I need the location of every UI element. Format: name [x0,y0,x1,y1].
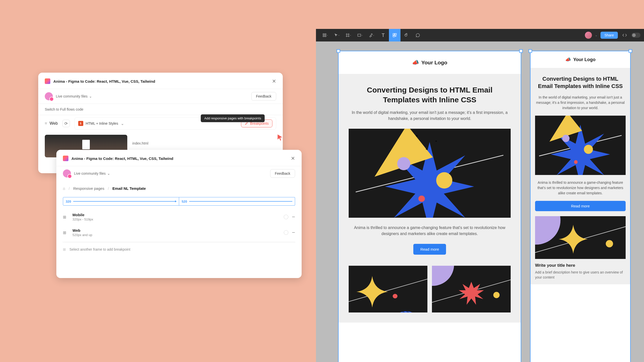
megaphone-icon: 📣 [565,57,571,62]
anima-app-icon [45,78,50,84]
target-icon[interactable] [284,215,288,219]
community-files-dropdown[interactable]: Live community files ⌄ [56,94,92,98]
user-info: Live community files ⌄ [45,92,92,100]
figma-toolbar: T ⌄ Share [316,29,644,41]
move-tool[interactable] [331,29,343,41]
circle-purple-shape [562,135,570,142]
chevron-down-icon[interactable]: ⌄ [595,33,597,37]
hand-tool[interactable] [400,29,412,41]
share-button[interactable]: Share [600,32,618,39]
resources-tool[interactable] [389,29,400,41]
svg-rect-11 [395,33,396,35]
card-item [349,266,427,312]
comment-tool[interactable] [412,29,424,41]
panel-header: Anima - Figma to Code: React, HTML, Vue,… [38,73,283,89]
breakpoints-tooltip: Add responsive pages with breakpoints [201,114,265,122]
card-item [432,266,511,312]
file-name-label: index.html [132,141,148,145]
breadcrumb-current: Email NL Template [112,186,146,191]
breakpoint-text: Web 520px and up [72,228,280,237]
svg-rect-10 [393,33,394,35]
svg-rect-12 [393,35,394,37]
circle-yellow-shape [436,172,452,188]
panel-title: Anima - Figma to Code: React, HTML, Vue,… [53,79,155,83]
anima-app-icon [63,156,68,161]
chevron-down-icon: ⌄ [89,94,92,98]
panel-header-left: Anima - Figma to Code: React, HTML, Vue,… [63,156,173,161]
breakpoint-item-mobile: ⊞ Mobile 320px - 519px − [56,209,302,225]
email-body-text: Anima is thrilled to announce a game-cha… [349,225,511,237]
breakpoint-text: Mobile 320px - 519px [72,213,280,221]
frame-handle-icon[interactable] [337,49,340,53]
card-item: Write your title here Add a brief descri… [535,216,626,280]
circle-red-shape [393,294,397,299]
dev-mode-toggle[interactable] [631,33,640,38]
close-icon[interactable]: ✕ [291,155,295,161]
burst-shape [456,277,487,300]
breakpoint-frame-icon: ⊞ [63,230,68,235]
breadcrumb-link[interactable]: Responsive pages [73,186,104,191]
user-avatar-icon[interactable] [45,92,53,100]
chevron-down-icon: ⌄ [107,171,110,175]
slider-segment-mobile[interactable]: 320 [63,197,179,206]
card-title: Write your title here [535,263,626,268]
email-subtitle: In the world of digital marketing, your … [349,110,510,122]
email-header: 📣 Your Logo [339,51,521,74]
frame-tool[interactable] [343,29,354,41]
frame-mobile[interactable]: 📣 Your Logo Converting Designs to HTML E… [531,51,630,362]
pen-tool[interactable] [366,29,377,41]
email-header: 📣 Your Logo [531,51,630,68]
text-tool[interactable]: T [377,29,389,41]
switch-flows-link[interactable]: Switch to Full flows code [38,104,283,115]
web-tag: ⌗ Web [45,121,58,126]
circle-yellow-shape [584,145,593,154]
community-files-dropdown[interactable]: Live community files ⌄ [74,171,110,175]
toolbar-left: T [319,29,424,41]
frame-desktop[interactable]: 📣 Your Logo Converting Designs to HTML E… [339,51,521,362]
email-body-text: Anima is thrilled to announce a game-cha… [535,180,626,196]
user-avatar-icon[interactable] [63,169,71,177]
frame-handle-icon[interactable] [519,49,523,53]
chevron-down-icon: ⌄ [121,121,124,126]
slider-line [73,201,176,202]
breadcrumb-separator: / [108,186,109,191]
svg-point-9 [371,34,373,35]
frame-handle-icon[interactable] [629,49,632,53]
read-more-button[interactable]: Read more [413,244,446,255]
svg-rect-3 [325,36,326,37]
home-icon[interactable]: ⌂ [63,186,65,191]
toolbar-right: ⌄ Share [585,31,640,39]
sparkle-shape [356,276,388,299]
code-mode-dropdown[interactable]: 5 HTML + Inline Styles ⌄ [78,121,124,126]
circle-purple-shape [397,157,410,170]
close-icon[interactable]: ✕ [272,78,276,84]
user-info: Live community files ⌄ [63,169,110,177]
card-image [432,266,511,312]
main-menu-tool[interactable] [319,29,331,41]
read-more-button[interactable]: Read more [535,201,626,211]
hero-image [535,116,626,175]
circle-yellow-shape [493,292,500,298]
email-title: Converting Designs to HTML Email Templat… [349,85,511,105]
user-avatar-icon[interactable] [585,32,592,39]
breakpoint-slider[interactable]: 320 520 [56,196,302,209]
dev-mode-icon[interactable] [621,31,628,39]
feedback-button[interactable]: Feedback [251,92,276,101]
target-icon[interactable] [284,230,288,235]
pencil-icon [245,122,248,125]
add-breakpoint-row[interactable]: ⊞ Select another frame to add breakpoint [56,242,302,256]
speckle-texture [407,130,456,157]
slider-segment-web[interactable]: 520 [179,197,295,206]
remove-breakpoint-button[interactable]: − [292,214,295,220]
refresh-button[interactable]: ⟳ [62,120,70,127]
feedback-button[interactable]: Feedback [270,169,295,178]
rectangle-tool[interactable] [354,29,366,41]
frame-handle-icon[interactable] [529,49,532,53]
hero-image [349,129,511,218]
email-body: Converting Designs to HTML Email Templat… [531,68,630,216]
card-image [535,216,626,259]
circle-red-shape [574,160,578,164]
cursor-pointer-icon [277,134,283,141]
remove-breakpoint-button[interactable]: − [292,229,295,236]
email-body: Converting Designs to HTML Email Templat… [339,74,521,266]
